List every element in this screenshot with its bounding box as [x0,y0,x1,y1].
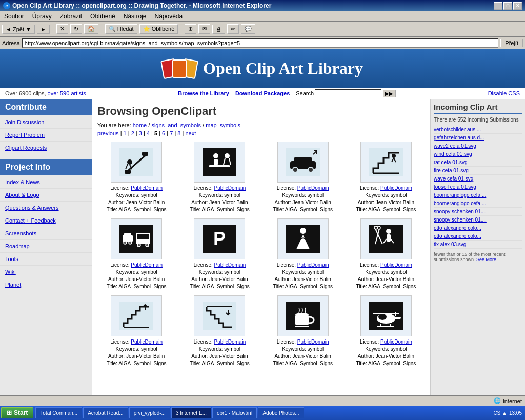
sidebar-item-about-logo[interactable]: About & Logo [0,189,92,202]
taskbar-item-3[interactable]: 3 Internet E... [171,407,211,418]
menu-soubor[interactable]: Soubor [2,12,26,21]
pagination-next[interactable]: next [185,130,196,136]
maximize-button[interactable]: □ [503,2,512,10]
incoming-link-10[interactable]: snoopy schenken 01.... [434,208,522,216]
incoming-link-13[interactable]: otto alexandro colo... [434,232,522,241]
clipart-thumb-2[interactable] [194,142,245,183]
sidebar-item-clipart-requests[interactable]: Clipart Requests [0,142,92,154]
see-more-link[interactable]: See More [476,257,496,262]
license-link-12[interactable]: PublicDomain [380,339,412,345]
incoming-link-7[interactable]: topsoil cefa 01.svg [434,183,522,191]
license-link-7[interactable]: PublicDomain [297,262,329,268]
license-link-3[interactable]: PublicDomain [297,185,329,191]
menu-upravy[interactable]: Úpravy [30,12,54,21]
pagination-8[interactable]: 8 [177,130,180,136]
breadcrumb-home[interactable]: home [133,122,147,128]
menu-napoveda[interactable]: Nápověda [152,12,185,21]
incoming-link-5[interactable]: fire cefa 01.svg [434,167,522,175]
sidebar-item-contact-feedback[interactable]: Contact + Feedback [0,214,92,227]
pagination-2[interactable]: 2 [131,130,134,136]
breadcrumb-signs[interactable]: signs_and_symbols [151,122,201,128]
pagination-4[interactable]: 4 [147,130,150,136]
license-link-5[interactable]: PublicDomain [131,262,163,268]
license-link-11[interactable]: PublicDomain [297,339,329,345]
license-link-2[interactable]: PublicDomain [214,185,246,191]
back-button[interactable]: ◄ Zpět ▼ [2,25,35,34]
license-link-4[interactable]: PublicDomain [380,185,412,191]
incoming-link-12[interactable]: otto alexandro colo... [434,224,522,232]
incoming-link-0[interactable]: verbotschilder aus ... [434,126,522,134]
clipart-thumb-3[interactable] [277,142,329,183]
incoming-link-4[interactable]: rat cefa 01.svg [434,158,522,167]
media-button[interactable]: ⊕ [185,24,196,34]
sidebar-item-tools[interactable]: Tools [0,253,92,266]
clipart-thumb-6[interactable]: P [194,218,245,259]
incoming-link-11[interactable]: snoopy schenken 01.... [434,216,522,224]
clipart-thumb-10[interactable] [194,295,245,336]
incoming-link-8[interactable]: boomeranglogo cefa ... [434,191,522,199]
pagination-7[interactable]: 7 [170,130,173,136]
incoming-link-14[interactable]: tix alex 03.svg [434,241,522,249]
incoming-link-9[interactable]: boomeranglogo cefa ... [434,199,522,208]
clipart-thumb-11[interactable] [277,295,329,336]
sidebar-item-wiki[interactable]: Wiki [0,266,92,278]
favorites-button[interactable]: ⭐ Oblíbené [139,24,178,34]
taskbar-item-0[interactable]: Total Comman... [35,407,82,418]
clipart-thumb-12[interactable] [360,295,412,336]
pagination-3[interactable]: 3 [139,130,142,136]
taskbar-item-1[interactable]: Acrobat Read... [83,407,128,418]
sidebar-item-roadmap[interactable]: Roadmap [0,240,92,253]
license-link-10[interactable]: PublicDomain [214,339,246,345]
mail-button[interactable]: ✉ [198,24,210,34]
close-button[interactable]: ✕ [513,2,522,10]
taskbar-item-2[interactable]: prvi_vyplod-... [129,407,170,418]
license-link-1[interactable]: PublicDomain [131,185,163,191]
incoming-link-1[interactable]: gefahrzeichen aus d... [434,134,522,142]
license-link-8[interactable]: PublicDomain [380,262,412,268]
minimize-button[interactable]: — [494,2,502,10]
clipart-thumb-1[interactable] [111,142,162,183]
edit-button[interactable]: ✏ [227,24,239,34]
taskbar-item-5[interactable]: Adobe Photos... [258,407,304,418]
menu-nastroje[interactable]: Nástroje [122,12,149,21]
incoming-link-2[interactable]: wave2 cefa 01.svg [434,142,522,150]
download-link[interactable]: Download Packages [235,90,290,96]
address-input[interactable] [22,38,498,48]
sidebar-item-report-problem[interactable]: Report Problem [0,129,92,142]
search-input[interactable] [315,89,381,97]
tagline-link[interactable]: over 590 artists [48,90,86,96]
pagination-1[interactable]: 1 [124,130,127,136]
taskbar-item-4[interactable]: obr1 - Malování [212,407,257,418]
pagination-6[interactable]: 6 [162,130,165,136]
breadcrumb-map[interactable]: map_symbols [206,122,240,128]
license-link-6[interactable]: PublicDomain [214,262,246,268]
clipart-thumb-7[interactable] [277,218,329,259]
home-button[interactable]: 🏠 [84,24,98,34]
refresh-button[interactable]: ↻ [70,24,82,34]
sidebar-item-questions-answers[interactable]: Questions & Answers [0,202,92,214]
forward-button[interactable]: ► [37,25,50,34]
browse-link[interactable]: Browse the Library [178,90,229,96]
license-link-9[interactable]: PublicDomain [131,339,163,345]
sidebar-item-index-news[interactable]: Index & News [0,176,92,189]
clipart-thumb-9[interactable] [111,295,162,336]
search-submit-button[interactable]: ▶▶ [382,90,396,97]
print-button[interactable]: 🖨 [212,25,225,34]
pagination-prev[interactable]: previous [97,130,119,136]
menu-zobrazit[interactable]: Zobrazit [58,12,84,21]
search-button[interactable]: 🔍 Hledat [105,24,137,34]
clipart-thumb-4[interactable] [360,142,412,183]
menu-oblibene[interactable]: Oblíbené [88,12,117,21]
stop-button[interactable]: ✕ [56,24,68,34]
clipart-thumb-8[interactable] [360,218,412,259]
incoming-link-3[interactable]: wind cefa 01.svg [434,150,522,158]
clipart-thumb-5[interactable] [111,218,162,259]
go-button[interactable]: Přejít [500,39,523,47]
discuss-button[interactable]: 💬 [241,24,255,34]
disable-css-link[interactable]: Disable CSS [488,90,520,96]
incoming-link-6[interactable]: wave cefa 01.svg [434,175,522,183]
sidebar-item-join-discussion[interactable]: Join Discussion [0,116,92,129]
sidebar-item-screenshots[interactable]: Screenshots [0,227,92,240]
start-button[interactable]: ⊞ Start [1,407,33,418]
sidebar-item-planet[interactable]: Planet [0,278,92,291]
